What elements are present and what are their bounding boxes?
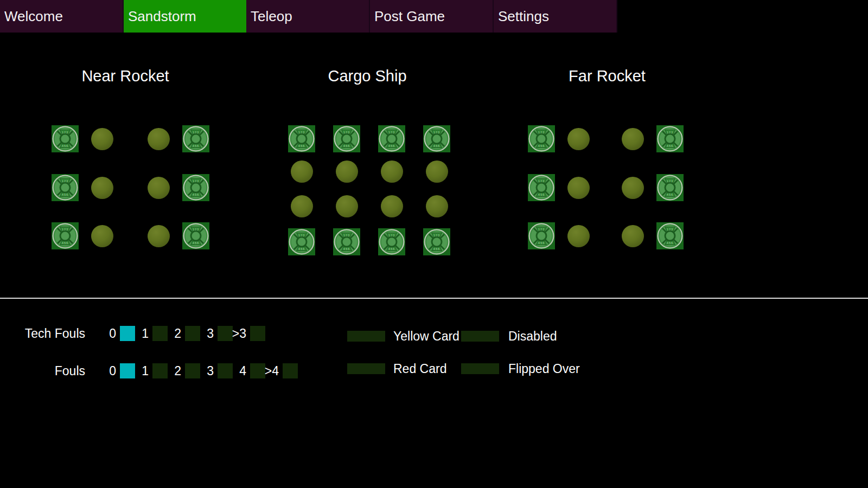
hatch-panel-button[interactable]: 1 2 3 4 5 6 — [528, 222, 555, 249]
fouls-option-label-1: 1 — [142, 364, 149, 378]
hatch-panel-button[interactable]: 1 2 3 4 5 6 — [378, 228, 405, 255]
hatch-panel-button[interactable]: 1 2 3 4 5 6 — [528, 125, 555, 152]
cargo-ball-button[interactable] — [291, 160, 313, 183]
cargo-ball-button[interactable] — [567, 128, 590, 150]
tech-fouls-selector: 0123>3 — [0, 326, 380, 342]
cargo-ball-button[interactable] — [91, 128, 113, 150]
hatch-panel-button[interactable]: 1 2 3 4 5 6 — [52, 174, 79, 201]
hatch-panel-icon: 1 2 3 4 5 6 — [182, 222, 209, 249]
yellow-card-toggle[interactable] — [347, 331, 385, 342]
hatch-panel-icon: 1 2 3 4 5 6 — [288, 228, 315, 255]
fouls-option-label-2: 2 — [174, 364, 181, 378]
disabled-toggle[interactable] — [461, 331, 499, 342]
hatch-panel-icon: 1 2 3 4 5 6 — [52, 174, 79, 201]
cargo-ball-button[interactable] — [336, 160, 358, 183]
hatch-panel-icon: 1 2 3 4 5 6 — [333, 125, 360, 152]
cargo-ball-button[interactable] — [148, 177, 170, 199]
hatch-panel-icon: 1 2 3 4 5 6 — [528, 222, 555, 249]
hatch-panel-icon: 1 2 3 4 5 6 — [656, 174, 684, 201]
hatch-panel-button[interactable]: 1 2 3 4 5 6 — [528, 174, 555, 201]
hatch-panel-icon: 1 2 3 4 5 6 — [528, 125, 555, 152]
cargo-ball-button[interactable] — [622, 225, 644, 247]
cargo-ball-button[interactable] — [291, 195, 313, 217]
tech-fouls-option-label-0: 0 — [109, 326, 116, 341]
hatch-panel-button[interactable]: 1 2 3 4 5 6 — [52, 125, 79, 152]
hatch-panel-button[interactable]: 1 2 3 4 5 6 — [182, 125, 209, 152]
cargo-ball-button[interactable] — [148, 128, 170, 150]
cargo-ball-button[interactable] — [426, 160, 448, 183]
cargo-ball-button[interactable] — [622, 177, 644, 199]
disabled-label: Disabled — [508, 330, 557, 342]
hatch-panel-icon: 1 2 3 4 5 6 — [656, 125, 684, 152]
yellow-card-label: Yellow Card — [393, 330, 459, 342]
hatch-panel-icon: 1 2 3 4 5 6 — [378, 228, 405, 255]
flipped-over-label: Flipped Over — [508, 363, 580, 375]
hatch-panel-icon: 1 2 3 4 5 6 — [182, 174, 209, 201]
fouls-option-label-5: >4 — [265, 364, 279, 378]
cargo-ball-button[interactable] — [567, 225, 590, 247]
hatch-panel-icon: 1 2 3 4 5 6 — [52, 222, 79, 249]
hatch-panel-button[interactable]: 1 2 3 4 5 6 — [423, 125, 450, 152]
cargo-ball-button[interactable] — [91, 225, 113, 247]
fouls-selector: 01234>4 — [0, 363, 380, 380]
cargo-ball-button[interactable] — [426, 195, 448, 217]
section-divider — [0, 298, 868, 299]
hatch-panel-icon: 1 2 3 4 5 6 — [423, 125, 450, 152]
hatch-panel-button[interactable]: 1 2 3 4 5 6 — [333, 228, 360, 255]
cargo-ball-button[interactable] — [622, 128, 644, 150]
hatch-panel-button[interactable]: 1 2 3 4 5 6 — [656, 174, 684, 201]
tech-fouls-option-button->3[interactable] — [250, 326, 265, 341]
hatch-panel-button[interactable]: 1 2 3 4 5 6 — [333, 125, 360, 152]
cargo-ball-button[interactable] — [381, 160, 403, 183]
fouls-option-label-4: 4 — [239, 364, 246, 378]
tech-fouls-option-label-1: 1 — [142, 326, 149, 341]
tech-fouls-option-label-2: 2 — [174, 326, 181, 341]
hatch-panel-icon: 1 2 3 4 5 6 — [378, 125, 405, 152]
hatch-panel-icon: 1 2 3 4 5 6 — [288, 125, 315, 152]
hatch-panel-icon: 1 2 3 4 5 6 — [333, 228, 360, 255]
fouls-option-label-3: 3 — [207, 364, 214, 378]
hatch-panel-button[interactable]: 1 2 3 4 5 6 — [656, 125, 684, 152]
hatch-panel-icon: 1 2 3 4 5 6 — [52, 125, 79, 152]
cargo-ball-button[interactable] — [336, 195, 358, 217]
flipped-over-toggle[interactable] — [461, 363, 499, 374]
hatch-panel-button[interactable]: 1 2 3 4 5 6 — [182, 174, 209, 201]
hatch-panel-icon: 1 2 3 4 5 6 — [182, 125, 209, 152]
tech-fouls-option-label-3: 3 — [207, 326, 214, 341]
hatch-panel-button[interactable]: 1 2 3 4 5 6 — [182, 222, 209, 249]
game-piece-grids: 1 2 3 4 5 6 1 2 3 4 5 6 — [0, 0, 868, 304]
cargo-ball-button[interactable] — [381, 195, 403, 217]
hatch-panel-icon: 1 2 3 4 5 6 — [656, 222, 684, 249]
hatch-panel-button[interactable]: 1 2 3 4 5 6 — [52, 222, 79, 249]
hatch-panel-button[interactable]: 1 2 3 4 5 6 — [656, 222, 684, 249]
hatch-panel-button[interactable]: 1 2 3 4 5 6 — [288, 228, 315, 255]
hatch-panel-button[interactable]: 1 2 3 4 5 6 — [423, 228, 450, 255]
cargo-ball-button[interactable] — [567, 177, 590, 199]
hatch-panel-button[interactable]: 1 2 3 4 5 6 — [288, 125, 315, 152]
fouls-option-button->4[interactable] — [283, 363, 298, 378]
cargo-ball-button[interactable] — [91, 177, 113, 199]
fouls-option-label-0: 0 — [109, 364, 116, 378]
cargo-ball-button[interactable] — [148, 225, 170, 247]
tech-fouls-option-label-4: >3 — [232, 326, 246, 341]
hatch-panel-button[interactable]: 1 2 3 4 5 6 — [378, 125, 405, 152]
red-card-toggle[interactable] — [347, 363, 385, 374]
red-card-label: Red Card — [393, 363, 446, 375]
hatch-panel-icon: 1 2 3 4 5 6 — [528, 174, 555, 201]
hatch-panel-icon: 1 2 3 4 5 6 — [423, 228, 450, 255]
